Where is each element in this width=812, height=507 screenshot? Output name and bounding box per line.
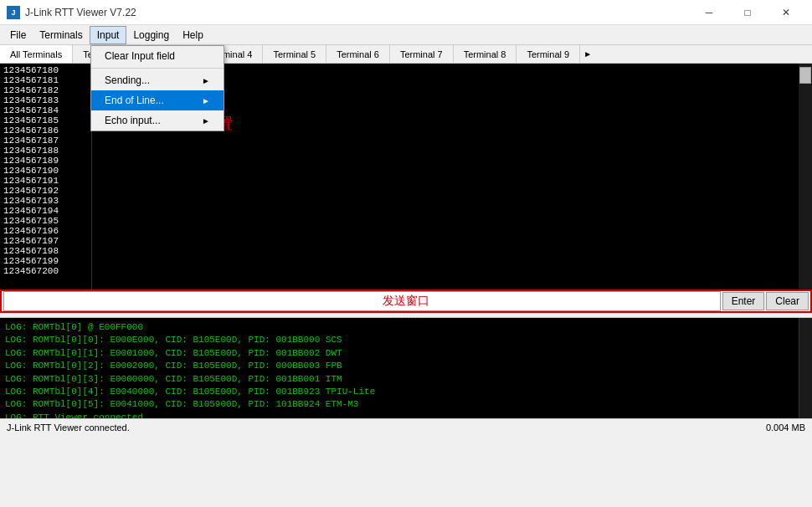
log-area-wrapper: LOG: ROMTbl[0] @ E00FF000LOG: ROMTbl[0][… — [0, 318, 812, 418]
window-title: J-Link RTT Viewer V7.22 — [25, 7, 690, 18]
log-line: LOG: ROMTbl[0][3]: E0000000, CID: B105E0… — [5, 373, 794, 386]
terminal-line: 1234567197 — [3, 236, 88, 246]
app-icon: J — [7, 6, 20, 19]
dropdown-separator — [91, 68, 224, 69]
log-scrollbar[interactable] — [799, 318, 812, 418]
clear-button[interactable]: Clear — [766, 292, 809, 310]
tab-all-terminals[interactable]: All Terminals — [0, 45, 73, 64]
menu-input[interactable]: Input — [90, 26, 127, 44]
dropdown-clear-input[interactable]: Clear Input field — [91, 46, 224, 66]
end-of-line-arrow-icon: ► — [202, 96, 210, 105]
tab-terminal-7[interactable]: Terminal 7 — [390, 45, 454, 64]
log-line: LOG: ROMTbl[0][2]: E0002000, CID: B105E0… — [5, 360, 794, 372]
log-line: LOG: ROMTbl[0][5]: E0041000, CID: B10590… — [5, 398, 794, 411]
minimize-button[interactable]: ─ — [690, 0, 728, 25]
input-area: 发送窗口 Enter Clear — [0, 289, 812, 313]
terminal-line: 1234567191 — [3, 176, 88, 186]
tab-terminal-6[interactable]: Terminal 6 — [326, 45, 390, 64]
sending-arrow-icon: ► — [202, 76, 210, 85]
log-lines: LOG: ROMTbl[0] @ E00FF000LOG: ROMTbl[0][… — [5, 321, 794, 418]
window-controls: ─ □ ✕ — [690, 0, 805, 25]
menubar: File Terminals Input Logging Help — [0, 25, 812, 45]
tab-scroll-right[interactable]: ► — [580, 45, 595, 64]
log-line: LOG: ROMTbl[0][1]: E0001000, CID: B105E0… — [5, 347, 794, 360]
log-line: LOG: ROMTbl[0] @ E00FF000 — [5, 321, 794, 334]
terminal-line: 1234567189 — [3, 156, 88, 166]
tab-terminal-5[interactable]: Terminal 5 — [263, 45, 326, 64]
terminal-scrollbar[interactable] — [799, 64, 812, 289]
terminal-line: 1234567185 — [3, 115, 88, 125]
terminal-line: 1234567196 — [3, 226, 88, 236]
terminal-line: 1234567181 — [3, 75, 88, 85]
status-bar: J-Link RTT Viewer connected. 0.004 MB — [0, 418, 812, 435]
terminal-line: 1234567186 — [3, 125, 88, 136]
terminal-line: 1234567198 — [3, 246, 88, 256]
dropdown-end-of-line[interactable]: End of Line... ► — [91, 90, 224, 110]
terminal-line: 1234567199 — [3, 256, 88, 266]
titlebar: J J-Link RTT Viewer V7.22 ─ □ ✕ — [0, 0, 812, 25]
close-button[interactable]: ✕ — [767, 0, 805, 25]
menu-logging[interactable]: Logging — [126, 26, 176, 44]
terminal-line: 1234567200 — [3, 266, 88, 276]
terminal-left-pane: 1234567180123456718112345671821234567183… — [0, 64, 92, 289]
log-area: LOG: ROMTbl[0] @ E00FF000LOG: ROMTbl[0][… — [0, 318, 799, 418]
dropdown-sending[interactable]: Sending... ► — [91, 70, 224, 90]
log-line: LOG: ROMTbl[0][0]: E000E000, CID: B105E0… — [5, 334, 794, 346]
tab-terminal-9[interactable]: Terminal 9 — [516, 45, 580, 64]
menu-help[interactable]: Help — [176, 26, 210, 44]
status-right: 0.004 MB — [766, 422, 805, 433]
terminal-line: 1234567195 — [3, 216, 88, 226]
terminal-line: 1234567192 — [3, 186, 88, 196]
terminal-line: 1234567188 — [3, 146, 88, 156]
dropdown-menu-panel: Clear Input field Sending... ► End of Li… — [90, 45, 224, 131]
input-dropdown-menu: Clear Input field Sending... ► End of Li… — [90, 45, 224, 131]
terminal-line: 1234567182 — [3, 85, 88, 95]
log-line: LOG: ROMTbl[0][4]: E0040000, CID: B105E0… — [5, 386, 794, 398]
terminal-line: 1234567194 — [3, 206, 88, 216]
terminal-line: 1234567183 — [3, 95, 88, 105]
terminal-line: 1234567193 — [3, 196, 88, 206]
terminal-line: 1234567180 — [3, 65, 88, 75]
send-input[interactable] — [3, 291, 721, 311]
terminal-line: 1234567184 — [3, 105, 88, 115]
scrollbar-thumb[interactable] — [799, 67, 811, 84]
status-left: J-Link RTT Viewer connected. — [7, 422, 130, 433]
log-line: LOG: RTT Viewer connected. — [5, 412, 794, 418]
menu-terminals[interactable]: Terminals — [33, 26, 89, 44]
enter-button[interactable]: Enter — [722, 292, 765, 310]
tab-terminal-8[interactable]: Terminal 8 — [454, 45, 517, 64]
menu-file[interactable]: File — [3, 26, 33, 44]
dropdown-echo-input[interactable]: Echo input... ► — [91, 110, 224, 131]
terminal-line: 1234567187 — [3, 136, 88, 146]
maximize-button[interactable]: □ — [728, 0, 767, 25]
echo-input-arrow-icon: ► — [202, 116, 210, 125]
terminal-line: 1234567190 — [3, 166, 88, 176]
